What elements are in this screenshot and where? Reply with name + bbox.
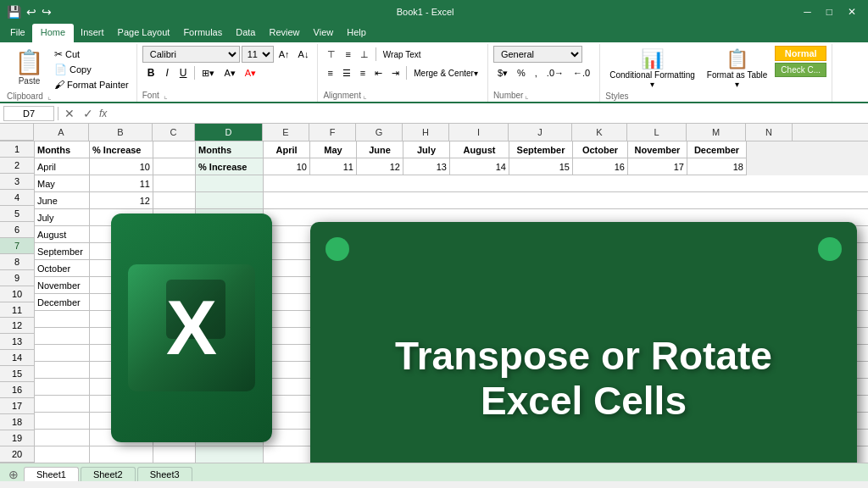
col-header-b[interactable]: B bbox=[89, 124, 153, 141]
tab-formulas[interactable]: Formulas bbox=[176, 24, 229, 42]
row-header-7[interactable]: 7 bbox=[0, 238, 34, 254]
cell-k1[interactable]: October bbox=[573, 141, 628, 158]
row-header-17[interactable]: 17 bbox=[0, 398, 34, 414]
save-icon[interactable]: 💾 bbox=[7, 5, 21, 19]
fill-color-button[interactable]: A▾ bbox=[220, 64, 239, 81]
copy-button[interactable]: 📄 Copy bbox=[52, 63, 131, 76]
tab-review[interactable]: Review bbox=[262, 24, 306, 42]
sheet-tab-2[interactable]: Sheet2 bbox=[81, 467, 136, 481]
maximize-btn[interactable]: □ bbox=[821, 6, 837, 18]
cell-h1[interactable]: July bbox=[403, 141, 450, 158]
row-header-9[interactable]: 9 bbox=[0, 270, 34, 286]
cell-a10[interactable]: December bbox=[35, 294, 90, 311]
align-middle-button[interactable]: ≡ bbox=[341, 46, 354, 63]
col-header-f[interactable]: F bbox=[309, 124, 356, 141]
formula-confirm-btn[interactable]: ✓ bbox=[81, 107, 96, 120]
formula-input[interactable] bbox=[110, 108, 865, 119]
conditional-formatting-button[interactable]: 📊 Conditional Formatting▾ bbox=[605, 46, 699, 92]
tab-home[interactable]: Home bbox=[32, 24, 74, 42]
cell-a6[interactable]: August bbox=[35, 226, 90, 243]
align-left-button[interactable]: ≡ bbox=[323, 64, 337, 81]
cell-m1[interactable]: December bbox=[687, 141, 747, 158]
cell-l2[interactable]: 17 bbox=[628, 158, 687, 175]
cell-i1[interactable]: August bbox=[450, 141, 509, 158]
cell-f1[interactable]: May bbox=[310, 141, 357, 158]
cell-j1[interactable]: September bbox=[509, 141, 573, 158]
col-header-i[interactable]: I bbox=[449, 124, 509, 141]
normal-style-button[interactable]: Normal bbox=[775, 46, 826, 61]
col-header-e[interactable]: E bbox=[263, 124, 309, 141]
increase-decimal-button[interactable]: .0→ bbox=[542, 64, 568, 81]
increase-indent-button[interactable]: ⇥ bbox=[387, 64, 403, 81]
row-header-10[interactable]: 10 bbox=[0, 286, 34, 302]
align-top-button[interactable]: ⊤ bbox=[323, 46, 340, 63]
cell-a5[interactable]: July bbox=[35, 209, 90, 226]
increase-font-button[interactable]: A↑ bbox=[275, 46, 293, 63]
row-header-3[interactable]: 3 bbox=[0, 174, 34, 190]
col-header-g[interactable]: G bbox=[356, 124, 403, 141]
close-btn[interactable]: ✕ bbox=[843, 6, 861, 18]
cell-l1[interactable]: November bbox=[628, 141, 687, 158]
cell-c3[interactable] bbox=[153, 175, 196, 192]
row-header-4[interactable]: 4 bbox=[0, 190, 34, 206]
format-as-table-button[interactable]: 📋 Format as Table▾ bbox=[703, 46, 772, 92]
italic-button[interactable]: I bbox=[160, 64, 173, 81]
align-center-button[interactable]: ☰ bbox=[338, 64, 355, 81]
cell-k2[interactable]: 16 bbox=[573, 158, 628, 175]
sheet-tab-3[interactable]: Sheet3 bbox=[137, 467, 192, 481]
col-header-c[interactable]: C bbox=[153, 124, 195, 141]
decrease-font-button[interactable]: A↓ bbox=[295, 46, 313, 63]
row-header-20[interactable]: 20 bbox=[0, 446, 34, 463]
cell-a1[interactable]: Months bbox=[35, 141, 90, 158]
percent-button[interactable]: % bbox=[513, 64, 530, 81]
tab-page-layout[interactable]: Page Layout bbox=[111, 24, 177, 42]
cut-button[interactable]: ✂ Cut bbox=[52, 47, 131, 61]
row-header-13[interactable]: 13 bbox=[0, 334, 34, 350]
font-color-button[interactable]: A▾ bbox=[241, 64, 260, 81]
cell-d3[interactable] bbox=[196, 175, 264, 192]
font-family-select[interactable]: Calibri bbox=[142, 46, 240, 63]
row-header-2[interactable]: 2 bbox=[0, 158, 34, 174]
cell-e1[interactable]: April bbox=[264, 141, 310, 158]
borders-button[interactable]: ⊞▾ bbox=[198, 64, 219, 81]
cell-g2[interactable]: 12 bbox=[357, 158, 403, 175]
sheet-tab-1[interactable]: Sheet1 bbox=[24, 467, 79, 481]
row-header-6[interactable]: 6 bbox=[0, 222, 34, 238]
col-header-a[interactable]: A bbox=[34, 124, 89, 141]
cell-e2[interactable]: 10 bbox=[264, 158, 310, 175]
col-header-h[interactable]: H bbox=[403, 124, 449, 141]
align-right-button[interactable]: ≡ bbox=[356, 64, 370, 81]
cell-c1[interactable] bbox=[153, 141, 196, 158]
tab-insert[interactable]: Insert bbox=[74, 24, 111, 42]
wrap-text-button[interactable]: Wrap Text bbox=[379, 46, 426, 63]
row-header-8[interactable]: 8 bbox=[0, 254, 34, 270]
merge-center-button[interactable]: Merge & Center▾ bbox=[409, 64, 482, 81]
tab-help[interactable]: Help bbox=[340, 24, 373, 42]
bold-button[interactable]: B bbox=[142, 64, 160, 81]
cell-c4[interactable] bbox=[153, 192, 196, 209]
font-size-select[interactable]: 11 bbox=[242, 46, 274, 63]
cell-f2[interactable]: 11 bbox=[310, 158, 357, 175]
cell-a7[interactable]: September bbox=[35, 243, 90, 260]
currency-button[interactable]: $▾ bbox=[493, 64, 512, 81]
row-header-19[interactable]: 19 bbox=[0, 430, 34, 446]
cell-b3[interactable]: 11 bbox=[90, 175, 153, 192]
cell-b1[interactable]: % Increase bbox=[90, 141, 153, 158]
cell-a8[interactable]: October bbox=[35, 260, 90, 277]
align-bottom-button[interactable]: ⊥ bbox=[356, 46, 373, 63]
cell-reference-input[interactable] bbox=[3, 106, 54, 121]
cell-g1[interactable]: June bbox=[357, 141, 403, 158]
cell-b4[interactable]: 12 bbox=[90, 192, 153, 209]
cell-a2[interactable]: April bbox=[35, 158, 90, 175]
tab-view[interactable]: View bbox=[307, 24, 341, 42]
tab-data[interactable]: Data bbox=[229, 24, 262, 42]
row-header-12[interactable]: 12 bbox=[0, 318, 34, 334]
tab-file[interactable]: File bbox=[3, 24, 32, 42]
row-header-16[interactable]: 16 bbox=[0, 382, 34, 398]
cell-a4[interactable]: June bbox=[35, 192, 90, 209]
col-header-j[interactable]: J bbox=[509, 124, 572, 141]
add-sheet-button[interactable]: ⊕ bbox=[3, 468, 24, 481]
redo-icon[interactable]: ↪ bbox=[42, 5, 52, 19]
row-header-11[interactable]: 11 bbox=[0, 302, 34, 319]
row-header-5[interactable]: 5 bbox=[0, 206, 34, 222]
